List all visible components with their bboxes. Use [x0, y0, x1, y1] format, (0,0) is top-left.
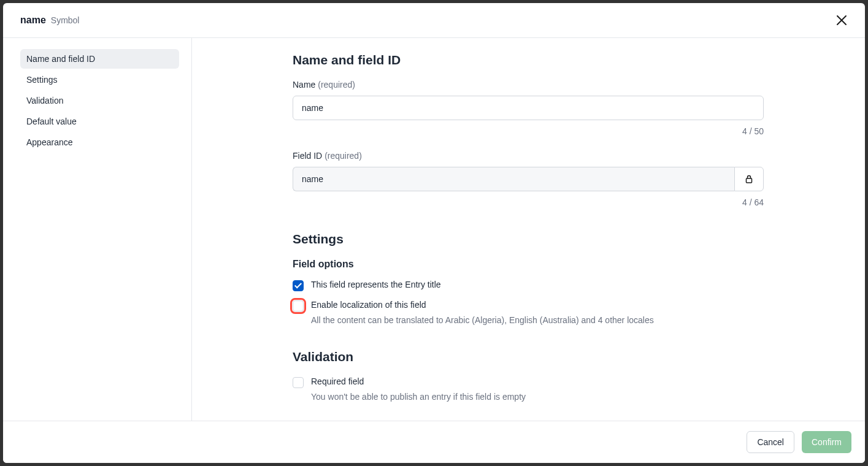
entry-title-row: This field represents the Entry title — [293, 280, 764, 291]
name-required-hint: (required) — [318, 80, 355, 90]
name-label-text: Name — [293, 80, 315, 90]
validation-section: Validation Required field You won't be a… — [293, 350, 764, 402]
required-field-desc: You won't be able to publish an entry if… — [311, 392, 764, 402]
required-field-label: Required field — [311, 376, 364, 386]
sidebar-item-appearance[interactable]: Appearance — [20, 132, 179, 152]
localization-label: Enable localization of this field — [311, 300, 426, 310]
confirm-button[interactable]: Confirm — [802, 431, 851, 453]
field-id-char-count: 4 / 64 — [293, 197, 764, 207]
sidebar-item-settings[interactable]: Settings — [20, 70, 179, 90]
sidebar-item-name-and-field-id[interactable]: Name and field ID — [20, 49, 179, 69]
section-title-settings: Settings — [293, 232, 764, 246]
lock-icon — [745, 175, 753, 183]
sidebar: Name and field ID Settings Validation De… — [3, 38, 192, 421]
section-title-validation: Validation — [293, 350, 764, 364]
modal-title: name — [20, 15, 46, 26]
sidebar-item-default-value[interactable]: Default value — [20, 112, 179, 131]
svg-rect-2 — [747, 178, 752, 183]
localization-checkbox[interactable] — [293, 300, 304, 311]
modal-header-title-group: name Symbol — [20, 15, 79, 26]
field-id-label: Field ID (required) — [293, 151, 764, 161]
field-id-label-text: Field ID — [293, 151, 322, 161]
modal-type-label: Symbol — [51, 15, 80, 25]
field-id-input[interactable] — [293, 167, 734, 191]
name-field-group: Name (required) 4 / 50 — [293, 80, 764, 136]
settings-section: Settings Field options This field repres… — [293, 232, 764, 325]
field-id-lock-button[interactable] — [734, 167, 764, 191]
section-title-name-field-id: Name and field ID — [293, 53, 840, 67]
modal-dialog: name Symbol Name and field ID Settings V… — [3, 3, 865, 463]
field-id-required-hint: (required) — [325, 151, 362, 161]
required-field-checkbox[interactable] — [293, 377, 304, 388]
localization-desc: All the content can be translated to Ara… — [311, 315, 764, 325]
main-content: Name and field ID Name (required) 4 / 50… — [192, 38, 865, 421]
entry-title-label: This field represents the Entry title — [311, 280, 441, 289]
sidebar-item-validation[interactable]: Validation — [20, 91, 179, 110]
modal-body: Name and field ID Settings Validation De… — [3, 38, 865, 421]
modal-header: name Symbol — [3, 3, 865, 38]
field-id-input-row — [293, 167, 764, 191]
required-field-row: Required field — [293, 376, 764, 388]
entry-title-checkbox[interactable] — [293, 280, 304, 291]
field-id-group: Field ID (required) 4 / 64 — [293, 151, 764, 207]
name-char-count: 4 / 50 — [293, 126, 764, 136]
name-label: Name (required) — [293, 80, 764, 90]
field-options-title: Field options — [293, 259, 764, 270]
modal-footer: Cancel Confirm — [3, 421, 865, 463]
localization-row: Enable localization of this field — [293, 300, 764, 311]
close-icon — [836, 15, 847, 26]
name-input[interactable] — [293, 96, 764, 120]
close-button[interactable] — [833, 12, 850, 29]
cancel-button[interactable]: Cancel — [747, 431, 794, 453]
